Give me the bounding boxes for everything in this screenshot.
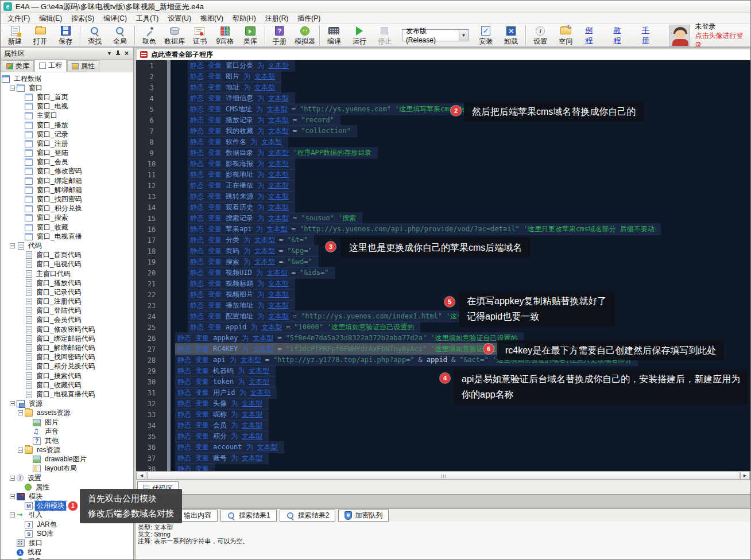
tab-属性[interactable]: 属性 (67, 60, 99, 72)
toolbar-button-cert[interactable]: 证书 (187, 24, 212, 47)
toolbar-button-db[interactable]: 数据库 (162, 24, 187, 47)
code-line-16[interactable]: 16静态变量苹果api为文本型="http://ys.yuenos.com/ap… (136, 224, 750, 235)
release-mode-select[interactable]: 发布版(Release)▼ (402, 29, 469, 41)
tree-item-窗口_电视直播代码[interactable]: 窗口_电视直播代码 (1, 390, 133, 399)
code-line-10[interactable]: 10静态变量影视海报为文本型 (136, 158, 750, 169)
code-line-2[interactable]: 2静态变量图片为文本型 (136, 71, 750, 82)
code-line-25[interactable]: 25静态变量appid为文本型="10000"'这里填如意验证自己设置的 (136, 322, 750, 333)
code-line-6[interactable]: 6静态变量播放记录为文本型="record" (136, 115, 750, 126)
menu-item-6[interactable]: 视图(V) (196, 13, 228, 24)
toolbar-link-1[interactable]: 教程 (614, 25, 628, 46)
tree-item-窗口_电视代码[interactable]: 窗口_电视代码 (1, 260, 133, 269)
tree-item-窗口_找回密码[interactable]: 窗口_找回密码 (1, 195, 133, 204)
tab-搜索结果2[interactable]: 搜索结果2 (280, 510, 336, 522)
code-line-23[interactable]: 23静态变量播放地址为文本型 (136, 300, 750, 311)
tree-item-设置[interactable]: 设置 (1, 473, 133, 483)
panel-pin-icon[interactable] (114, 49, 122, 57)
toolbar-button-color[interactable]: 取色 (137, 24, 162, 47)
code-line-22[interactable]: 22静态变量视频图片为文本型 (136, 289, 750, 300)
expand-minus-icon[interactable] (10, 85, 15, 91)
toolbar-button-settings[interactable]: 设置 (528, 24, 553, 47)
tab-工程[interactable]: 工程 (34, 59, 67, 72)
toolbar-button-uninstall[interactable]: 卸载 (498, 24, 524, 47)
menu-item-0[interactable]: 文件(F) (3, 13, 34, 24)
code-line-4[interactable]: 4静态变量详细信息为文本型 (136, 93, 750, 104)
tree-item-assets资源[interactable]: assets资源 (1, 409, 133, 418)
toolbar-button-run[interactable]: 运行 (347, 24, 372, 47)
scrollbar-thumb[interactable] (147, 472, 740, 480)
code-line-34[interactable]: 34静态变量会员为文本型 (136, 420, 750, 431)
menu-item-2[interactable]: 搜索(S) (67, 13, 99, 24)
tree-item-声音[interactable]: 声音 (1, 427, 133, 436)
tree-item-窗口_收藏代码[interactable]: 窗口_收藏代码 (1, 380, 133, 390)
tree-item-窗口_电视直播[interactable]: 窗口_电视直播 (1, 232, 133, 241)
tree-item-窗口_登陆代码[interactable]: 窗口_登陆代码 (1, 306, 133, 316)
code-line-9[interactable]: 9静态变量数据目录为文本型'程序APP数据的存放目录 (136, 147, 750, 158)
toolbar-button-lib[interactable]: 类库 (238, 24, 263, 47)
toolbar-button-emu[interactable]: 模拟器 (292, 24, 318, 47)
toolbar-button-global[interactable]: 全局 (107, 24, 133, 47)
tree-item-窗口_积分兑换代码[interactable]: 窗口_积分兑换代码 (1, 362, 133, 371)
tab-类库[interactable]: 类库 (2, 60, 34, 72)
expand-minus-icon[interactable] (10, 476, 15, 481)
code-line-24[interactable]: 24静态变量配置地址为文本型="http://ys.yuenos.com/ind… (136, 311, 750, 322)
tree-item-窗口_解绑邮箱[interactable]: 窗口_解绑邮箱 (1, 185, 133, 195)
toolbar-button-find[interactable]: 查找 (82, 24, 107, 47)
code-line-1[interactable]: 1静态变量窗口分类为文本型 (136, 60, 750, 71)
toolbar-button-manual[interactable]: 手册 (267, 24, 292, 47)
tree-item-窗口_会员[interactable]: 窗口_会员 (1, 158, 133, 167)
code-line-8[interactable]: 8静态变量软件名为文本型 (136, 137, 750, 147)
toolbar-button-space[interactable]: 空间 (553, 24, 578, 47)
tree-item-窗口_注册[interactable]: 窗口_注册 (1, 139, 133, 148)
tree-item-drawable图片[interactable]: drawable图片 (1, 455, 133, 464)
avatar[interactable] (669, 25, 690, 46)
chevron-down-icon[interactable]: ▼ (459, 30, 469, 41)
code-line-14[interactable]: 14静态变量观看历史为文本型 (136, 202, 750, 213)
tree-item-窗口_登陆[interactable]: 窗口_登陆 (1, 149, 133, 158)
code-editor[interactable]: 1静态变量窗口分类为文本型2静态变量图片为文本型3静态变量地址为文本型4静态变量… (136, 60, 750, 471)
tree-item-窗口_首页代码[interactable]: 窗口_首页代码 (1, 251, 133, 260)
code-line-35[interactable]: 35静态变量积分为文本型 (136, 431, 750, 442)
panel-dropdown-icon[interactable]: ▼ (105, 49, 114, 57)
tree-item-res资源[interactable]: res资源 (1, 446, 133, 455)
tree-item-资源[interactable]: 资源 (1, 399, 133, 409)
code-line-13[interactable]: 13静态变量跳转来源为文本型 (136, 191, 750, 202)
title-bar[interactable]: e E4A — G:\e4a源码\多咪电视tv版\多咪视频_新增蓝光.e4a (1, 1, 750, 13)
tree-item-其他[interactable]: 其他 (1, 436, 133, 445)
menu-item-3[interactable]: 编译(C) (99, 13, 131, 24)
expand-minus-icon[interactable] (18, 448, 23, 453)
toolbar-link-2[interactable]: 手册 (642, 25, 656, 46)
menu-item-4[interactable]: 工具(T) (131, 13, 163, 24)
toolbar-link-0[interactable]: 例程 (585, 25, 599, 46)
tree-item-工程数据[interactable]: 工程数据 (1, 74, 133, 83)
toolbar-button-new[interactable]: 新建 (2, 24, 28, 47)
expand-minus-icon[interactable] (10, 401, 15, 406)
tree-item-layout布局[interactable]: layout布局 (1, 464, 133, 473)
tab-搜索结果1[interactable]: 搜索结果1 (220, 510, 277, 522)
menu-item-1[interactable]: 编辑(E) (34, 13, 67, 24)
code-line-12[interactable]: 12静态变量正在播放为文本型 (136, 180, 750, 191)
code-line-5[interactable]: 5静态变量CMS地址为文本型="http://ys.yuenos.com"'这里… (136, 104, 750, 115)
code-line-21[interactable]: 21静态变量视频标题为文本型 (136, 278, 750, 289)
tree-item-窗口_首页[interactable]: 窗口_首页 (1, 92, 133, 102)
tree-item-窗口_记录代码[interactable]: 窗口_记录代码 (1, 287, 133, 297)
tree-item-服务[interactable]: 服务 (1, 557, 133, 559)
tree-item-窗口[interactable]: 窗口 (1, 83, 133, 92)
tree-item-代码[interactable]: 代码 (1, 241, 133, 250)
tree-item-窗口_播放[interactable]: 窗口_播放 (1, 120, 133, 130)
code-line-36[interactable]: 36静态变量account为文本型 (136, 442, 750, 453)
scroll-left-icon[interactable]: ◀ (137, 472, 146, 480)
code-line-11[interactable]: 11静态变量影视地址为文本型 (136, 169, 750, 180)
tab-加密队列[interactable]: 加密队列 (338, 510, 389, 522)
code-line-33[interactable]: 33静态变量昵称为文本型 (136, 409, 750, 420)
expand-minus-icon[interactable] (18, 410, 23, 415)
expand-minus-icon[interactable] (10, 243, 15, 248)
menu-item-7[interactable]: 帮助(H) (228, 13, 261, 24)
toolbar-button-open[interactable]: 打开 (28, 24, 53, 47)
menu-item-8[interactable]: 注册(R) (261, 13, 293, 24)
tree-item-SO库[interactable]: SO库 (1, 529, 133, 538)
menu-item-9[interactable]: 插件(P) (293, 13, 325, 24)
tree-item-窗口_修改密码[interactable]: 窗口_修改密码 (1, 167, 133, 176)
panel-close-icon[interactable]: × (122, 49, 131, 57)
tree-item-窗口_修改密码代码[interactable]: 窗口_修改密码代码 (1, 325, 133, 334)
